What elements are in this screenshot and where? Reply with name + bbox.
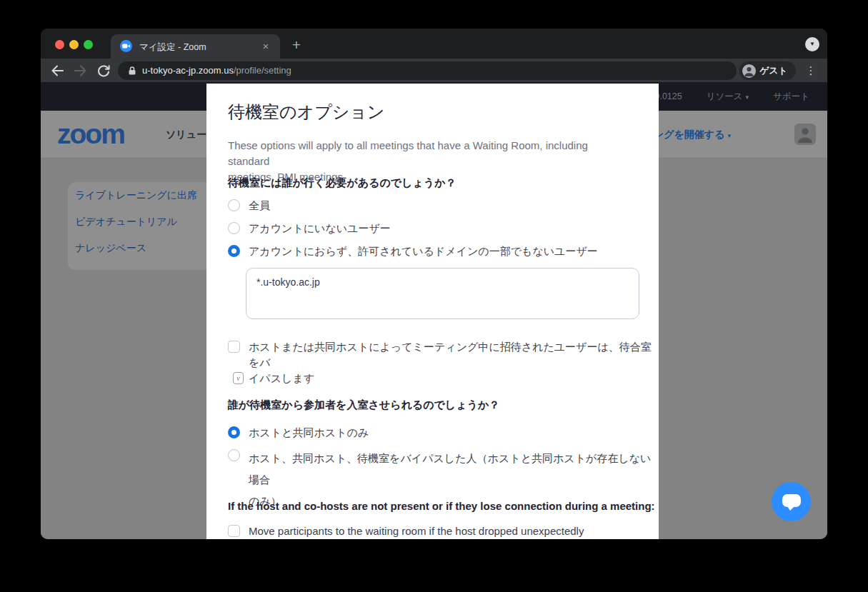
browser-toolbar: u-tokyo-ac-jp.zoom.us/profile/setting ゲス… bbox=[41, 59, 827, 82]
tab-strip: マイ設定 - Zoom × + ▼ bbox=[41, 29, 827, 59]
forward-icon bbox=[72, 62, 89, 79]
radio-selected-icon[interactable] bbox=[228, 426, 240, 438]
bypass-waiting-room-checkbox-row[interactable]: ホストまたは共同ホストによってミーティング中に招待されたユーザーは、待合室をバ … bbox=[228, 339, 659, 386]
guest-label: ゲスト bbox=[760, 65, 787, 77]
radio-icon[interactable] bbox=[228, 199, 240, 211]
radio-option-host-cohosts-only[interactable]: ホストと共同ホストのみ bbox=[228, 425, 369, 441]
page-viewport: 88.799.0125 リソース▾ サポート zoom ソリューション ミーティ… bbox=[41, 82, 827, 539]
reload-icon[interactable] bbox=[95, 62, 112, 79]
radio-option-users-not-in-allowed-domains[interactable]: アカウントにおらず、許可されているドメインの一部でもないユーザー bbox=[228, 244, 598, 259]
question-who-goes-to-waiting-room: 待機室には誰が行く必要があるのでしょうか？ bbox=[228, 176, 457, 190]
back-icon[interactable] bbox=[49, 62, 66, 79]
waiting-room-options-modal: 待機室のオプション These options will apply to al… bbox=[206, 84, 659, 539]
tab-search-button[interactable]: ▼ bbox=[805, 37, 819, 51]
chat-bubble-icon bbox=[782, 494, 801, 507]
browser-tab[interactable]: マイ設定 - Zoom × bbox=[111, 34, 280, 59]
url-host: u-tokyo-ac-jp.zoom.us bbox=[142, 65, 234, 76]
profile-button[interactable]: ゲスト bbox=[739, 61, 796, 80]
radio-selected-icon[interactable] bbox=[228, 245, 240, 257]
browser-window: マイ設定 - Zoom × + ▼ bbox=[41, 29, 827, 539]
radio-option-users-not-in-account[interactable]: アカウントにいないユーザー bbox=[228, 221, 391, 236]
url-path: /profile/setting bbox=[234, 65, 291, 76]
minimize-window-button[interactable] bbox=[69, 40, 79, 49]
question-host-not-present: If the host and co-hosts are not present… bbox=[228, 500, 655, 512]
move-participants-checkbox-row[interactable]: Move participants to the waiting room if… bbox=[228, 523, 584, 539]
lock-icon[interactable] bbox=[127, 66, 137, 76]
broken-image-icon: v bbox=[233, 372, 244, 384]
chat-widget-button[interactable] bbox=[772, 482, 811, 521]
fullscreen-window-button[interactable] bbox=[84, 40, 93, 49]
new-tab-button[interactable]: + bbox=[286, 35, 306, 55]
close-window-button[interactable] bbox=[55, 40, 64, 49]
browser-menu-icon[interactable]: ⋮ bbox=[803, 62, 819, 79]
guest-avatar-icon bbox=[742, 64, 756, 78]
checkbox-icon[interactable] bbox=[228, 341, 240, 353]
radio-option-everyone[interactable]: 全員 bbox=[228, 198, 270, 214]
radio-icon[interactable] bbox=[228, 222, 240, 234]
checkbox-icon[interactable] bbox=[228, 525, 240, 537]
zoom-favicon-icon bbox=[120, 40, 132, 52]
radio-icon[interactable] bbox=[228, 449, 240, 461]
tab-close-icon[interactable]: × bbox=[259, 39, 273, 54]
question-who-can-admit: 誰が待機室から参加者を入室させられるのでしょうか？ bbox=[228, 398, 499, 412]
modal-title: 待機室のオプション bbox=[228, 101, 384, 124]
tab-title: マイ設定 - Zoom bbox=[139, 41, 206, 54]
address-bar[interactable]: u-tokyo-ac-jp.zoom.us/profile/setting bbox=[118, 61, 737, 80]
allowed-domains-input[interactable]: *.u-tokyo.ac.jp bbox=[246, 268, 639, 319]
url-text: u-tokyo-ac-jp.zoom.us/profile/setting bbox=[142, 65, 291, 76]
